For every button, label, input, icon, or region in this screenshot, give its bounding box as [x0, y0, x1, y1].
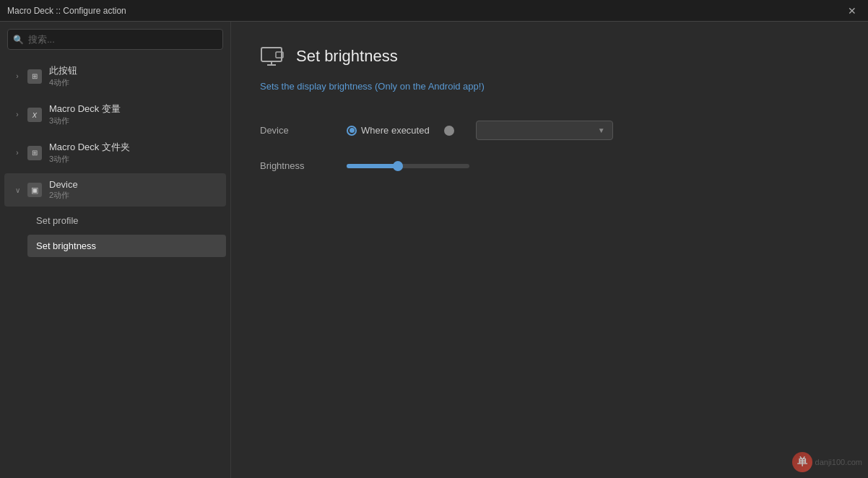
watermark-logo: 单 — [792, 452, 812, 472]
chevron-down-icon: ∨ — [13, 186, 22, 194]
search-input[interactable] — [7, 29, 223, 50]
category-count-4: 2动作 — [49, 190, 78, 201]
radio-circle-2 — [444, 126, 454, 136]
plugin-title: Set brightness — [296, 47, 398, 66]
radio-specific[interactable] — [444, 126, 454, 136]
close-button[interactable]: ✕ — [843, 4, 861, 18]
chevron-right-icon-3: › — [13, 149, 22, 157]
radio-circle-1 — [347, 126, 357, 136]
sidebar-item-set-brightness[interactable]: Set brightness — [27, 235, 226, 257]
category-name-2: Macro Deck 变量 — [49, 103, 121, 116]
sidebar-item-set-profile[interactable]: Set profile — [27, 209, 226, 232]
title-bar: Macro Deck :: Configure action ✕ — [0, 0, 868, 22]
dropdown-value — [484, 125, 487, 136]
category-count-2: 3动作 — [49, 116, 121, 126]
category-name-4: Device — [49, 179, 78, 190]
radio-where-executed[interactable]: Where executed — [347, 125, 430, 136]
device-dropdown[interactable]: ▼ — [476, 121, 613, 140]
plugin-icon — [260, 43, 286, 69]
device-icon: ▣ — [27, 183, 42, 197]
content-area: Set brightness Sets the display brightne… — [231, 22, 868, 478]
brightness-slider-fill — [347, 164, 398, 168]
watermark: 单 danji100.com — [792, 452, 862, 472]
category-count: 4动作 — [49, 77, 77, 88]
category-name-3: Macro Deck 文件夹 — [49, 141, 130, 154]
chevron-right-icon: › — [13, 72, 22, 80]
dropdown-arrow-icon: ▼ — [598, 126, 605, 134]
brightness-label: Brightness — [260, 160, 347, 171]
device-label: Device — [260, 125, 347, 136]
sidebar-item-device[interactable]: ∨ ▣ Device 2动作 — [4, 173, 226, 207]
svg-rect-0 — [261, 48, 282, 61]
sidebar-item-buttons[interactable]: › ⊞ 此按钮 4动作 — [4, 58, 226, 94]
sidebar-item-files[interactable]: › ⊞ Macro Deck 文件夹 3动作 — [4, 135, 226, 170]
folder-icon: ⊞ — [27, 146, 42, 160]
device-row: Device Where executed ▼ — [260, 121, 839, 140]
main-layout: 🔍 › ⊞ 此按钮 4动作 › x Macro Deck 变量 3动作 › ⊞ — [0, 22, 868, 478]
brightness-slider-thumb[interactable] — [393, 161, 403, 171]
grid-icon: ⊞ — [27, 69, 42, 84]
category-count-3: 3动作 — [49, 154, 130, 165]
category-name: 此按钮 — [49, 64, 77, 77]
radio-label-1: Where executed — [361, 125, 430, 136]
search-box: 🔍 — [7, 29, 223, 50]
form-section: Device Where executed ▼ — [260, 121, 839, 171]
radio-group-device: Where executed ▼ — [347, 121, 613, 140]
search-icon: 🔍 — [13, 35, 24, 45]
sidebar-item-variables[interactable]: › x Macro Deck 变量 3动作 — [4, 97, 226, 132]
brightness-row: Brightness — [260, 160, 839, 171]
plugin-description: Sets the display brightness (Only on the… — [260, 81, 839, 92]
brightness-slider-track[interactable] — [347, 164, 469, 168]
plugin-header: Set brightness — [260, 43, 839, 69]
chevron-right-icon-2: › — [13, 110, 22, 118]
title-bar-text: Macro Deck :: Configure action — [7, 6, 126, 16]
variable-icon: x — [27, 108, 42, 122]
watermark-text: danji100.com — [815, 458, 862, 466]
sidebar: 🔍 › ⊞ 此按钮 4动作 › x Macro Deck 变量 3动作 › ⊞ — [0, 22, 231, 478]
